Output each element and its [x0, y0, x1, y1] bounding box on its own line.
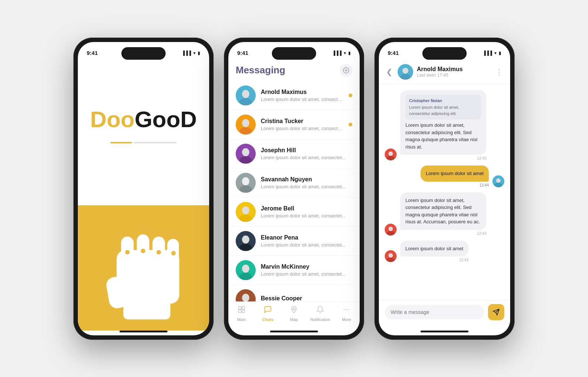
contact-name: Eleanor Pena — [261, 234, 352, 241]
wifi-icon-2: ▾ — [344, 50, 346, 56]
contact-avatar — [236, 260, 256, 280]
contacts-list: Arnold Maximus Lorem ipsum dolor sit ame… — [228, 81, 360, 301]
chat-more-button[interactable]: ⋮ — [494, 66, 504, 78]
contact-preview: Lorem ipsum dolor sit amet, consectet... — [261, 155, 352, 160]
contact-avatar — [236, 115, 256, 135]
bottom-navigation: Main Chats Map — [228, 301, 360, 331]
contact-item[interactable]: Eleanor Pena Lorem ipsum dolor sit amet,… — [228, 227, 360, 256]
progress-empty — [134, 142, 177, 143]
svg-point-48 — [388, 151, 393, 156]
wifi-icon: ▾ — [193, 50, 196, 56]
status-icons-1: ▐▐▐ ▾ ▮ — [181, 50, 200, 56]
message-time-2: 12:43 — [400, 231, 486, 235]
quoted-message: Cristopher Nolan Lorem ipsum dolor sit a… — [405, 95, 481, 120]
nav-more[interactable]: More — [333, 306, 360, 322]
back-button[interactable]: ❮ — [385, 66, 394, 78]
chat-contact-avatar — [398, 64, 413, 80]
logo-d2: D — [180, 108, 197, 131]
contact-item[interactable]: Marvin McKinney Lorem ipsum dolor sit am… — [228, 256, 360, 285]
battery-icon-2: ▮ — [348, 50, 351, 56]
message-avatar-2 — [385, 224, 397, 235]
contact-preview: Lorem ipsum dolor sit amet, consectet... — [261, 126, 343, 131]
svg-point-40 — [293, 308, 295, 310]
signal-icon-2: ▐▐▐ — [332, 50, 342, 56]
contact-avatar — [236, 173, 256, 193]
phone-chat: 9:41 ▐▐▐ ▾ ▮ ❮ Arnold Maximus Last seen … — [374, 38, 515, 340]
status-icons-3: ▐▐▐ ▾ ▮ — [482, 50, 501, 56]
chat-last-seen: Last seen 17:45 — [417, 73, 490, 78]
svg-rect-10 — [123, 297, 170, 319]
nav-notification[interactable]: Notification — [307, 306, 333, 322]
contact-name: Marvin McKinney — [261, 263, 352, 270]
send-button[interactable] — [488, 304, 504, 320]
svg-point-31 — [242, 265, 249, 273]
svg-point-28 — [242, 235, 249, 244]
contact-item[interactable]: Bessie Cooper — [228, 285, 360, 301]
nav-chats[interactable]: Chats — [255, 306, 281, 322]
svg-point-57 — [388, 253, 393, 258]
message-avatar — [385, 149, 397, 160]
contact-avatar — [236, 202, 256, 222]
svg-rect-3 — [137, 234, 149, 261]
message-input[interactable] — [385, 305, 484, 320]
message-received: Cristopher Nolan Lorem ipsum dolor sit a… — [385, 90, 486, 161]
nav-main[interactable]: Main — [228, 306, 255, 322]
quoted-text: Lorem ipsum dolor sit amet, consectetur … — [409, 104, 477, 116]
message-bubble-received-2: Lorem ipsum dolor sit amet, consectetur … — [400, 192, 486, 235]
new-chat-button[interactable] — [340, 64, 352, 77]
contact-avatar — [236, 289, 256, 301]
contact-item[interactable]: Savannah Nguyen Lorem ipsum dolor sit am… — [228, 168, 360, 198]
contact-info: Cristina Tucker Lorem ipsum dolor sit am… — [261, 118, 343, 131]
svg-point-22 — [242, 177, 249, 185]
nav-label-chats: Chats — [262, 317, 274, 322]
svg-rect-37 — [242, 306, 245, 309]
splash-top: D oo G oo D — [78, 61, 209, 205]
svg-point-45 — [402, 68, 408, 74]
home-indicator-2 — [270, 331, 318, 332]
contact-info: Eleanor Pena Lorem ipsum dolor sit amet,… — [261, 234, 352, 248]
svg-point-42 — [346, 309, 347, 310]
quoted-sender: Cristopher Nolan — [409, 98, 477, 104]
chat-input-bar — [379, 300, 510, 331]
message-content: Cristopher Nolan Lorem ipsum dolor sit a… — [400, 90, 486, 155]
signal-icon: ▐▐▐ — [181, 50, 191, 56]
contact-info: Jerome Bell Lorem ipsum dolor sit amet, … — [261, 205, 352, 219]
message-sent: Lorem ipsum dolor sit amet 12:44 — [421, 165, 504, 187]
status-time-2: 9:41 — [237, 50, 248, 56]
svg-point-9 — [171, 251, 176, 255]
loading-progress — [110, 142, 177, 143]
contact-info: Savannah Nguyen Lorem ipsum dolor sit am… — [261, 176, 352, 189]
app-logo: D oo G oo D — [90, 108, 197, 131]
chat-header-info: Arnold Maximus Last seen 17:45 — [417, 66, 490, 78]
home-indicator-3 — [421, 331, 468, 332]
signal-icon-3: ▐▐▐ — [482, 50, 492, 56]
contact-avatar — [236, 144, 256, 164]
wifi-icon-3: ▾ — [494, 50, 497, 56]
contact-preview: Lorem ipsum dolor sit amet, consectet... — [261, 97, 343, 102]
svg-point-19 — [242, 148, 249, 156]
contact-item[interactable]: Cristina Tucker Lorem ipsum dolor sit am… — [228, 110, 360, 139]
message-content-sent: Lorem ipsum dolor sit amet — [421, 165, 489, 182]
logo-g: G — [135, 108, 152, 131]
svg-rect-2 — [121, 237, 134, 261]
chat-header: ❮ Arnold Maximus Last seen 17:45 ⋮ — [379, 61, 510, 84]
contact-item[interactable]: Jerome Bell Lorem ipsum dolor sit amet, … — [228, 198, 360, 227]
home-indicator-1 — [120, 331, 167, 332]
contact-name: Arnold Maximus — [261, 89, 343, 95]
contact-name: Cristina Tucker — [261, 118, 343, 125]
contact-preview: Lorem ipsum dolor sit amet, consectet... — [261, 213, 352, 219]
map-icon — [290, 306, 298, 316]
svg-rect-36 — [238, 306, 241, 309]
svg-point-7 — [141, 248, 145, 253]
message-content-2: Lorem ipsum dolor sit amet, consectetur … — [400, 192, 486, 230]
contact-item[interactable]: Arnold Maximus Lorem ipsum dolor sit ame… — [228, 81, 360, 110]
contact-item[interactable]: Josephn Hill Lorem ipsum dolor sit amet,… — [228, 139, 360, 168]
nav-map[interactable]: Map — [281, 306, 307, 322]
contact-info: Marvin McKinney Lorem ipsum dolor sit am… — [261, 263, 352, 277]
sent-bubble-wrap: Lorem ipsum dolor sit amet 12:44 — [421, 165, 489, 187]
contact-avatar — [236, 231, 256, 251]
svg-point-34 — [242, 294, 249, 301]
battery-icon-3: ▮ — [499, 50, 501, 56]
contact-preview: Lorem ipsum dolor sit amet, consectet... — [261, 184, 352, 189]
status-time-1: 9:41 — [87, 50, 98, 56]
